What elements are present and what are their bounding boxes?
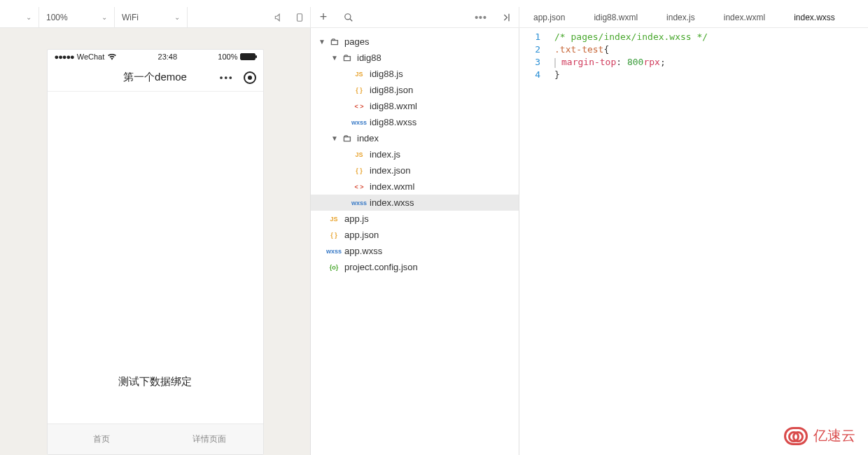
file-label: index.wxss <box>370 197 414 208</box>
wifi-icon <box>107 53 117 60</box>
tree-file[interactable]: < >idig88.wxml <box>311 98 519 114</box>
watermark-text: 亿速云 <box>813 426 855 445</box>
folder-icon: 🗀 <box>339 52 354 63</box>
editor-tab[interactable]: index.wxss <box>780 7 850 27</box>
tree-file[interactable]: JSidig88.js <box>311 66 519 82</box>
toolbar: ⌄ 100% ⌄ WiFi ⌄ + <box>0 7 868 28</box>
file-label: index.json <box>370 165 411 176</box>
folder-icon: 🗀 <box>339 133 354 144</box>
tree-file[interactable]: JSapp.js <box>311 211 519 227</box>
watermark: 亿速云 <box>784 426 855 445</box>
zoom-dropdown[interactable]: 100% ⌄ <box>39 7 115 27</box>
wxss-icon: wxss <box>326 248 342 255</box>
code-comment: /* pages/index/index.wxss */ <box>554 31 708 42</box>
sound-icon[interactable] <box>268 7 289 27</box>
more-icon[interactable]: ••• <box>468 12 493 23</box>
phone-preview: ●●●●● WeChat 23:48 100% 第一个demoe ••• <box>47 49 264 455</box>
json-icon: { } <box>351 167 367 174</box>
file-label: idig88.json <box>370 85 413 95</box>
editor-tab[interactable]: index.js <box>652 7 710 27</box>
file-label: index.js <box>370 149 400 160</box>
file-label: idig88 <box>357 52 382 63</box>
watermark-logo-icon <box>784 427 808 445</box>
tabbar: 首页 详情页面 <box>48 424 263 454</box>
code-editor[interactable]: 1234 /* pages/index/index.wxss */ .txt-t… <box>519 28 868 455</box>
caret-down-icon[interactable]: ▼ <box>330 134 339 142</box>
capsule-menu-icon[interactable]: ••• <box>220 72 234 83</box>
js-icon: JS <box>351 151 367 158</box>
tree-file[interactable]: wxssapp.wxss <box>311 243 519 259</box>
wxss-icon: wxss <box>351 200 367 206</box>
file-label: app.js <box>344 214 369 224</box>
line-number: 2 <box>519 43 540 56</box>
chevron-down-icon: ⌄ <box>174 13 180 21</box>
chevron-down-icon: ⌄ <box>26 13 31 21</box>
tab-home[interactable]: 首页 <box>48 424 155 454</box>
json-icon: { } <box>351 87 367 94</box>
battery-pct: 100% <box>218 52 237 61</box>
file-label: idig88.wxml <box>370 101 417 111</box>
simulator-panel: ●●●●● WeChat 23:48 100% 第一个demoe ••• <box>0 28 311 455</box>
tree-file[interactable]: < >index.wxml <box>311 178 519 195</box>
add-file-icon[interactable]: + <box>311 10 336 24</box>
tree-folder[interactable]: ▼🗀index <box>311 130 519 146</box>
editor-tab[interactable]: app.json <box>519 7 580 27</box>
app-navbar: 第一个demoe ••• <box>48 64 263 92</box>
line-number: 4 <box>519 69 540 81</box>
editor-tab[interactable]: index.wxml <box>710 7 780 27</box>
tree-file[interactable]: {o}project.config.json <box>311 259 519 275</box>
tree-file[interactable]: JSindex.js <box>311 146 519 162</box>
menubar <box>0 0 868 7</box>
wxml-icon: < > <box>351 103 367 110</box>
file-label: app.wxss <box>344 246 382 256</box>
file-label: idig88.js <box>370 69 403 79</box>
rotate-icon[interactable] <box>289 7 310 27</box>
page-body: 测试下数据绑定 <box>48 92 263 424</box>
config-icon: {o} <box>326 264 342 271</box>
file-explorer: ▼🗀pages▼🗀idig88JSidig88.js{ }idig88.json… <box>311 28 519 455</box>
collapse-sidebar-icon[interactable] <box>493 12 519 23</box>
file-label: app.json <box>344 230 379 240</box>
network-value: WiFi <box>122 13 139 22</box>
code-value: 800 <box>627 57 643 67</box>
svg-rect-0 <box>298 13 302 21</box>
device-dropdown[interactable]: ⌄ <box>0 7 39 27</box>
code-prop: margin-top <box>561 57 616 67</box>
caret-down-icon[interactable]: ▼ <box>318 38 326 46</box>
file-label: idig88.wxss <box>370 117 416 127</box>
json-icon: { } <box>326 232 342 239</box>
carrier-label: WeChat <box>77 52 105 61</box>
folder-icon: 🗀 <box>326 36 342 47</box>
tree-file[interactable]: wxssidig88.wxss <box>311 114 519 130</box>
capsule-close-icon[interactable] <box>244 71 256 84</box>
js-icon: JS <box>326 216 342 223</box>
network-dropdown[interactable]: WiFi ⌄ <box>115 7 188 27</box>
file-label: project.config.json <box>344 262 418 272</box>
time-label: 23:48 <box>158 52 178 61</box>
battery-icon <box>240 53 255 60</box>
tree-file[interactable]: { }idig88.json <box>311 82 519 98</box>
file-label: index.wxml <box>370 181 414 192</box>
wxss-icon: wxss <box>351 119 367 126</box>
tab-detail[interactable]: 详情页面 <box>155 424 263 454</box>
toolbar-explorer: + ••• <box>311 7 519 27</box>
svg-point-1 <box>345 13 351 19</box>
chevron-down-icon: ⌄ <box>102 13 107 21</box>
bound-text: 测试下数据绑定 <box>48 375 263 388</box>
code-selector: .txt-test <box>554 44 603 55</box>
tree-folder[interactable]: ▼🗀idig88 <box>311 50 519 66</box>
file-label: pages <box>344 36 369 47</box>
search-icon[interactable] <box>336 13 361 22</box>
js-icon: JS <box>351 71 367 78</box>
tree-folder[interactable]: ▼🗀pages <box>311 34 519 50</box>
tree-file[interactable]: wxssindex.wxss <box>311 195 519 211</box>
file-label: index <box>357 133 379 144</box>
tree-file[interactable]: { }index.json <box>311 162 519 178</box>
tree-file[interactable]: { }app.json <box>311 227 519 243</box>
caret-down-icon[interactable]: ▼ <box>330 54 339 62</box>
zoom-value: 100% <box>46 13 68 22</box>
signal-icon: ●●●●● <box>55 52 74 61</box>
svg-line-2 <box>350 18 353 21</box>
editor-tab[interactable]: idig88.wxml <box>580 7 652 27</box>
code-area[interactable]: /* pages/index/index.wxss */ .txt-test{ … <box>547 28 868 455</box>
